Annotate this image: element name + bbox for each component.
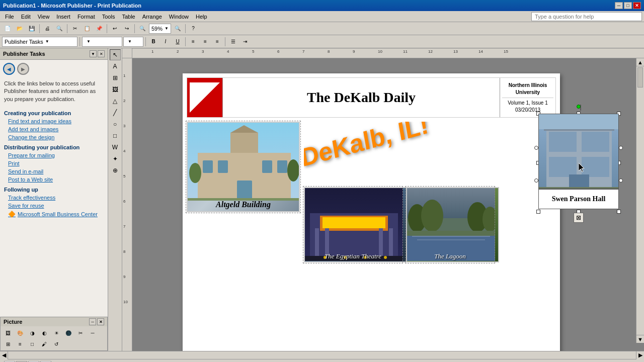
handle-mr3[interactable] [619, 178, 623, 183]
prepare-mailing-link[interactable]: Prepare for mailing [0, 151, 108, 159]
align-right-button[interactable]: ≡ [212, 37, 223, 47]
ms-business-link[interactable]: 🔶 Microsoft Small Business Center [0, 210, 108, 219]
undo-button[interactable]: ↩ [109, 24, 120, 34]
scroll-thumb[interactable] [637, 67, 643, 87]
catalog-merge-tool[interactable]: ⊕ [110, 165, 121, 176]
wordart-tool[interactable]: W [110, 142, 121, 153]
scroll-up-button[interactable]: ▲ [636, 58, 644, 66]
maximize-button[interactable]: □ [624, 2, 632, 9]
close-button[interactable]: ✕ [633, 2, 641, 9]
open-button[interactable]: 📂 [14, 24, 25, 34]
email-link[interactable]: Send in e-mail [0, 167, 108, 175]
align-center-button[interactable]: ≡ [200, 37, 211, 47]
handle-ml3[interactable] [534, 178, 538, 183]
save-reuse-link[interactable]: Save for reuse [0, 202, 108, 210]
picture-tool[interactable]: 🖼 [110, 84, 121, 95]
text-wrapping-button[interactable]: ≡ [15, 339, 26, 349]
lagoon-container[interactable]: The Lagoon [406, 187, 494, 262]
back-button[interactable]: ◀ [3, 63, 15, 75]
insert-picture-button[interactable]: 🖼 [3, 328, 14, 338]
altgeld-container[interactable]: Altgeld Building [187, 122, 300, 212]
pane-menu-button[interactable]: ▼ [90, 50, 97, 57]
menu-insert[interactable]: Insert [53, 13, 73, 21]
save-button[interactable]: 💾 [26, 24, 37, 34]
table-tool[interactable]: ⊞ [110, 72, 121, 83]
underline-button[interactable]: U [172, 37, 183, 47]
less-brightness-button[interactable]: 🌑 [63, 328, 74, 338]
menu-arrange[interactable]: Arrange [139, 13, 165, 21]
reset-picture-button[interactable]: ↺ [51, 339, 62, 349]
menu-edit[interactable]: Edit [18, 13, 34, 21]
set-transparent-button[interactable]: 🖌 [39, 339, 50, 349]
select-tool[interactable]: ↖ [110, 49, 121, 60]
picture-toolbar-header[interactable]: Picture ─ ✕ [1, 317, 107, 326]
zoom-dropdown[interactable]: 59% ▼ [149, 24, 171, 34]
menu-view[interactable]: View [35, 13, 53, 21]
color-button[interactable]: 🎨 [15, 328, 26, 338]
paste-button[interactable]: 📌 [94, 24, 105, 34]
pub-tasks-selector[interactable]: Publisher Tasks ▼ [2, 37, 77, 47]
canvas-area[interactable]: The DeKalb Daily Northern Illinois Unive… [132, 58, 644, 351]
list-button[interactable]: ☰ [227, 37, 238, 47]
change-design-link[interactable]: Change the design [0, 133, 108, 141]
copy-button[interactable]: 📋 [82, 24, 93, 34]
cut-button[interactable]: ✂ [69, 24, 80, 34]
swen-parson-frame[interactable]: Swen Parson Hall ⊠ [538, 114, 619, 212]
zoom-out-button[interactable]: 🔍 [137, 24, 148, 34]
menu-table[interactable]: Table [119, 13, 138, 21]
indent-button[interactable]: ⇥ [239, 37, 251, 47]
zoom-in-button[interactable]: 🔍 [172, 24, 183, 34]
bold-button[interactable]: B [148, 37, 159, 47]
italic-button[interactable]: I [160, 37, 171, 47]
v-scrollbar[interactable]: ▲ ▼ [636, 58, 644, 343]
forward-button[interactable]: ▶ [17, 63, 29, 75]
crop-button[interactable]: ✂ [75, 328, 86, 338]
text-tool[interactable]: A [110, 61, 121, 72]
redo-button[interactable]: ↪ [121, 24, 132, 34]
minimize-button[interactable]: ─ [615, 2, 623, 9]
menu-help[interactable]: Help [193, 13, 210, 21]
line-style-button[interactable]: ─ [87, 328, 98, 338]
oval-tool[interactable]: ○ [110, 119, 121, 130]
picture-toolbar-minimize[interactable]: ─ [89, 318, 96, 325]
scroll-right-button[interactable]: ▶ [636, 351, 644, 359]
scroll-down-button[interactable]: ▼ [636, 335, 644, 343]
line-tool[interactable]: ╱ [110, 107, 121, 118]
less-contrast-button[interactable]: ◐ [39, 328, 50, 338]
menu-tools[interactable]: Tools [99, 13, 118, 21]
print-link[interactable]: Print [0, 159, 108, 167]
pane-close-button[interactable]: ✕ [98, 50, 105, 57]
picture-toolbar-close[interactable]: ✕ [97, 318, 104, 325]
help-search-input[interactable] [531, 12, 642, 21]
egyptian-container[interactable]: The Egyptian Theatre [304, 187, 402, 262]
web-link[interactable]: Post to a Web site [0, 175, 108, 184]
font-size-box[interactable]: ▼ [123, 37, 143, 47]
shapes-tool[interactable]: △ [110, 96, 121, 107]
handle-br[interactable] [617, 210, 621, 214]
menu-format[interactable]: Format [74, 13, 98, 21]
add-text-link[interactable]: Add text and images [0, 125, 108, 133]
scroll-left-button[interactable]: ◀ [0, 351, 8, 359]
more-brightness-button[interactable]: ☀ [51, 328, 62, 338]
font-name-box[interactable]: ▼ [82, 37, 122, 47]
handle-mr2[interactable] [619, 146, 623, 150]
menu-window[interactable]: Window [166, 13, 192, 21]
find-text-link[interactable]: Find text and image ideas [0, 117, 108, 125]
help-button[interactable]: ? [188, 24, 199, 34]
crop-resize-icon[interactable]: ⊠ [574, 213, 584, 223]
handle-bl[interactable] [536, 210, 540, 214]
v-ruler-mark-5: 5 [123, 174, 125, 178]
new-button[interactable]: 📄 [2, 24, 13, 34]
more-contrast-button[interactable]: ◑ [27, 328, 38, 338]
track-link[interactable]: Track effectiveness [0, 194, 108, 202]
format-picture-button[interactable]: □ [27, 339, 38, 349]
design-gallery-tool[interactable]: ✦ [110, 153, 121, 164]
menu-file[interactable]: File [2, 13, 17, 21]
compress-button[interactable]: ⊞ [3, 339, 14, 349]
print-preview-button[interactable]: 🔍 [54, 24, 65, 34]
print-button[interactable]: 🖨 [42, 24, 53, 34]
rect-tool[interactable]: □ [110, 130, 121, 141]
align-left-button[interactable]: ≡ [188, 37, 199, 47]
separator8 [185, 37, 186, 46]
horizontal-scrollbar[interactable]: ◀ ▶ [0, 351, 644, 359]
